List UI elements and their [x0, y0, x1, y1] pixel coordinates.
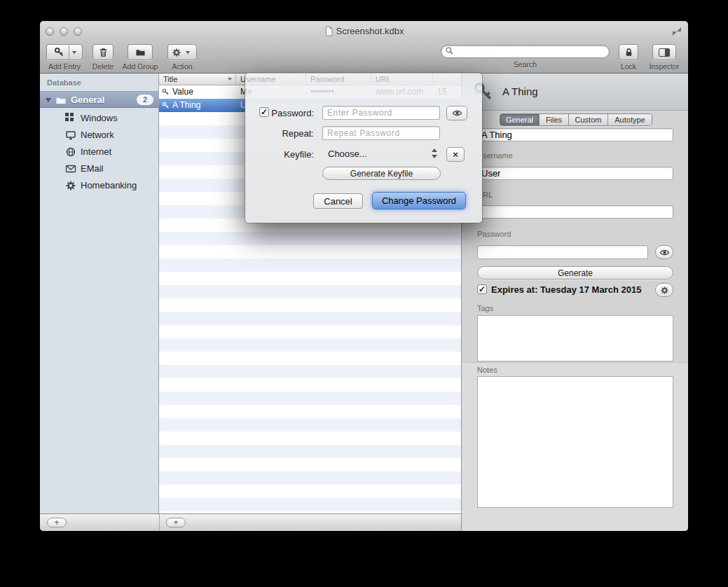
divider [159, 514, 160, 531]
action-item: Action [166, 44, 198, 71]
key-icon [162, 88, 170, 96]
folder-icon [55, 95, 67, 106]
sidebar: Database General 2 Windows Network Inter… [40, 74, 159, 513]
dialog-repeat-input[interactable] [322, 126, 440, 140]
inspector-panel-icon [659, 48, 670, 57]
search-label: Search [441, 60, 610, 69]
sidebar-section-header: Database [47, 78, 81, 87]
add-group-label: Add Group [118, 62, 162, 71]
tab-files[interactable]: Files [540, 114, 569, 125]
document-icon [324, 26, 334, 36]
sidebar-item-network[interactable]: Network [40, 127, 159, 144]
entry-count-badge: 2 [137, 95, 153, 105]
reveal-password-button[interactable] [655, 245, 673, 259]
dialog-password-input[interactable] [322, 106, 440, 120]
inspector-tabs: General Files Custom Autotype [500, 113, 652, 126]
globe-icon [65, 146, 76, 158]
dialog-password-label: Password: [270, 108, 314, 118]
add-entry-plus-button[interactable]: + [166, 518, 186, 527]
clear-keyfile-button[interactable]: × [446, 147, 465, 162]
key-icon [54, 47, 64, 57]
sidebar-item-email[interactable]: EMail [40, 160, 159, 177]
lock-item: Lock [616, 44, 641, 71]
username-field[interactable] [477, 167, 673, 180]
tags-field[interactable] [477, 315, 673, 361]
eye-icon [452, 108, 462, 118]
folder-plus-icon [135, 47, 146, 57]
inspector-panel: A Thing General Files Custom Autotype Us… [461, 74, 688, 531]
add-group-button[interactable] [128, 44, 153, 60]
inspector-item: Inspector [643, 44, 686, 71]
window-chrome: Screenshot.kdbx Add Entry Delete Add Gro… [40, 21, 688, 74]
add-group-item: Add Group [118, 44, 162, 71]
expires-checkbox[interactable]: ✓ [477, 284, 487, 294]
delete-item: Delete [89, 44, 117, 71]
tags-label: Tags [477, 304, 493, 312]
action-button[interactable] [167, 44, 197, 60]
inspector-header: A Thing [462, 74, 688, 111]
notes-label: Notes [477, 366, 497, 374]
change-password-button[interactable]: Change Password [372, 192, 466, 209]
windows-icon [65, 113, 74, 121]
add-entry-button[interactable] [46, 44, 83, 60]
search-input[interactable] [441, 45, 610, 58]
gear-icon [65, 180, 76, 191]
network-icon [65, 130, 76, 141]
tab-autotype[interactable]: Autotype [608, 114, 652, 125]
password-field[interactable] [477, 245, 648, 259]
url-field[interactable] [477, 205, 673, 219]
dialog-keyfile-label: Keyfile: [270, 149, 314, 160]
add-entry-label: Add Entry [44, 62, 85, 71]
disclosure-triangle-icon[interactable] [46, 98, 51, 102]
sidebar-item-homebanking[interactable]: Homebanking [40, 177, 159, 194]
sort-indicator-icon [228, 78, 232, 81]
trash-icon [98, 47, 109, 57]
inspector-button[interactable] [652, 44, 676, 60]
popup-stepper-icon[interactable] [432, 149, 437, 158]
screen-background: { "window": { "title": "Screenshot.kdbx"… [0, 0, 728, 587]
password-label: Password [477, 230, 511, 238]
password-checkbox[interactable]: ✓ [259, 107, 269, 117]
inspector-label: Inspector [643, 62, 686, 71]
inspector-entry-title: A Thing [502, 85, 538, 97]
gear-icon [660, 286, 669, 295]
add-group-plus-button[interactable]: + [47, 518, 67, 527]
fullscreen-icon[interactable] [673, 27, 681, 36]
delete-label: Delete [89, 62, 117, 71]
sidebar-item-windows[interactable]: Windows [40, 110, 159, 127]
notes-field[interactable] [477, 376, 673, 508]
lock-button[interactable] [619, 44, 638, 60]
eye-icon [659, 247, 670, 258]
expiry-settings-button[interactable] [655, 283, 673, 297]
cancel-button[interactable]: Cancel [313, 193, 363, 209]
envelope-icon [65, 163, 76, 174]
chevron-down-icon [72, 51, 76, 54]
lock-icon [624, 47, 634, 57]
search-icon [445, 46, 454, 55]
column-header-title[interactable]: Title [159, 74, 236, 85]
add-entry-item: Add Entry [44, 44, 85, 71]
gear-icon [172, 48, 181, 57]
keyfile-popup[interactable]: Choose... [328, 149, 367, 159]
generate-password-button[interactable]: Generate [477, 266, 673, 279]
action-label: Action [166, 62, 198, 71]
delete-button[interactable] [92, 44, 114, 60]
bottom-bar: + + [40, 513, 461, 531]
dialog-reveal-password-button[interactable] [446, 106, 467, 120]
chevron-down-icon [186, 51, 190, 54]
lock-label: Lock [616, 62, 641, 71]
search-item: Search [441, 44, 610, 69]
expires-label: Expires at: Tuesday 17 March 2015 [491, 284, 641, 295]
tab-general[interactable]: General [500, 114, 540, 125]
username-label: Username [477, 151, 513, 160]
dialog-repeat-label: Repeat: [270, 128, 314, 139]
key-icon [162, 102, 170, 109]
sidebar-group-label: General [71, 95, 104, 105]
app-window: Screenshot.kdbx Add Entry Delete Add Gro… [40, 21, 688, 531]
sidebar-item-internet[interactable]: Internet [40, 144, 159, 160]
sidebar-group-general[interactable]: General 2 [40, 91, 159, 108]
window-title: Screenshot.kdbx [40, 26, 688, 36]
title-field[interactable] [477, 128, 673, 141]
tab-custom[interactable]: Custom [569, 114, 608, 125]
generate-keyfile-button[interactable]: Generate Keyfile [322, 167, 441, 180]
